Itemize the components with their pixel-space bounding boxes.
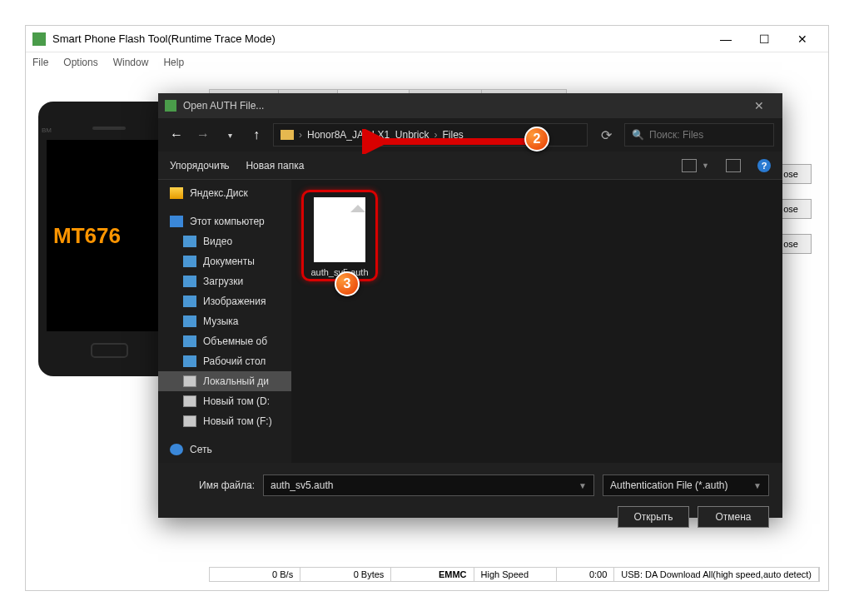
search-placeholder: Поиск: Files bbox=[649, 129, 703, 141]
nav-up-icon[interactable]: ↑ bbox=[246, 125, 266, 145]
tree-local-disk[interactable]: Локальный ди bbox=[158, 371, 291, 391]
maximize-button[interactable]: ☐ bbox=[745, 26, 783, 52]
status-mode: High Speed bbox=[474, 568, 557, 581]
file-icon bbox=[314, 197, 365, 262]
dialog-title: Open AUTH File... bbox=[183, 100, 742, 112]
disk-icon bbox=[183, 415, 196, 427]
breadcrumb[interactable]: › Honor8A_JAT-LX1_Unbrick › Files bbox=[273, 123, 588, 147]
phone-chip-text: MT676 bbox=[53, 223, 121, 249]
status-bytes: 0 Bytes bbox=[300, 568, 391, 581]
dialog-bottom: Имя файла: auth_sv5.auth ▼ Authenticatio… bbox=[158, 463, 782, 539]
organize-button[interactable]: Упорядочить ▼ bbox=[170, 160, 229, 171]
file-dialog: Open AUTH File... ✕ ← → ▾ ↑ › Honor8A_JA… bbox=[158, 93, 782, 518]
folder-tree: Яндекс.Диск Этот компьютер Видео Докумен… bbox=[158, 180, 291, 463]
tree-downloads[interactable]: Загрузки bbox=[158, 271, 291, 291]
folder-icon bbox=[183, 296, 196, 307]
refresh-icon[interactable]: ⟳ bbox=[594, 123, 618, 147]
nav-recent-icon[interactable]: ▾ bbox=[220, 125, 240, 145]
file-item-auth[interactable]: auth_sv5.auth bbox=[301, 190, 378, 281]
status-time: 0:00 bbox=[557, 568, 615, 581]
phone-speaker bbox=[92, 127, 126, 130]
dialog-titlebar: Open AUTH File... ✕ bbox=[158, 93, 782, 118]
menu-window[interactable]: Window bbox=[113, 57, 149, 68]
app-icon bbox=[32, 32, 46, 46]
app-titlebar: Smart Phone Flash Tool(Runtime Trace Mod… bbox=[26, 26, 828, 52]
phone-screen: MT676 bbox=[47, 140, 171, 331]
yandex-icon bbox=[170, 187, 183, 199]
breadcrumb-folder-1[interactable]: Honor8A_JAT-LX1_Unbrick bbox=[307, 129, 429, 141]
file-name-label: auth_sv5.auth bbox=[305, 267, 374, 277]
preview-pane-icon[interactable] bbox=[726, 159, 741, 172]
chevron-right-icon: › bbox=[299, 129, 302, 141]
app-menubar: File Options Window Help bbox=[26, 52, 828, 72]
tree-images[interactable]: Изображения bbox=[158, 291, 291, 311]
status-bar: 0 B/s 0 Bytes EMMC High Speed 0:00 USB: … bbox=[209, 567, 820, 582]
filetype-select[interactable]: Authentication File (*.auth) ▼ bbox=[603, 474, 769, 496]
chevron-down-icon[interactable]: ▼ bbox=[578, 481, 587, 490]
filename-label: Имя файла: bbox=[171, 479, 255, 491]
disk-icon bbox=[183, 375, 196, 387]
disk-icon bbox=[183, 395, 196, 407]
folder-icon bbox=[183, 315, 196, 327]
filename-input[interactable]: auth_sv5.auth ▼ bbox=[263, 474, 594, 496]
view-mode-icon[interactable] bbox=[682, 159, 697, 172]
tree-documents[interactable]: Документы bbox=[158, 251, 291, 271]
pc-icon bbox=[170, 216, 183, 227]
folder-icon bbox=[183, 355, 196, 367]
network-icon bbox=[170, 444, 183, 455]
close-button[interactable]: ✕ bbox=[783, 26, 822, 52]
phone-bm-label: BM bbox=[42, 127, 52, 134]
dialog-toolbar: Упорядочить ▼ Новая папка ▼ ? bbox=[158, 152, 782, 180]
tree-network[interactable]: Сеть bbox=[158, 440, 291, 460]
folder-icon bbox=[183, 276, 196, 287]
chevron-down-icon[interactable]: ▼ bbox=[702, 161, 709, 170]
folder-icon bbox=[183, 256, 196, 267]
file-list[interactable]: auth_sv5.auth bbox=[291, 180, 782, 463]
status-speed: 0 B/s bbox=[210, 568, 300, 581]
tree-music[interactable]: Музыка bbox=[158, 311, 291, 331]
tree-video[interactable]: Видео bbox=[158, 231, 291, 251]
search-icon: 🔍 bbox=[632, 129, 644, 141]
tree-volume-f[interactable]: Новый том (F:) bbox=[158, 411, 291, 431]
cancel-button[interactable]: Отмена bbox=[698, 506, 769, 528]
nav-forward-icon[interactable]: → bbox=[193, 125, 213, 145]
folder-icon bbox=[281, 130, 294, 140]
breadcrumb-folder-2[interactable]: Files bbox=[443, 129, 464, 141]
tree-this-pc[interactable]: Этот компьютер bbox=[158, 211, 291, 231]
app-title: Smart Phone Flash Tool(Runtime Trace Mod… bbox=[52, 32, 707, 45]
folder-icon bbox=[183, 236, 196, 247]
new-folder-button[interactable]: Новая папка bbox=[246, 160, 304, 171]
tree-3d-objects[interactable]: Объемные об bbox=[158, 331, 291, 351]
dialog-nav: ← → ▾ ↑ › Honor8A_JAT-LX1_Unbrick › File… bbox=[158, 118, 782, 152]
tree-volume-d[interactable]: Новый том (D: bbox=[158, 391, 291, 411]
phone-home-button bbox=[91, 343, 128, 358]
chevron-down-icon: ▼ bbox=[221, 162, 228, 171]
help-icon[interactable]: ? bbox=[757, 159, 771, 172]
nav-back-icon[interactable]: ← bbox=[166, 125, 186, 145]
dialog-close-button[interactable]: ✕ bbox=[742, 99, 776, 112]
dialog-icon bbox=[165, 100, 176, 112]
minimize-button[interactable]: — bbox=[707, 26, 745, 52]
menu-options[interactable]: Options bbox=[63, 57, 97, 68]
dialog-body: Яндекс.Диск Этот компьютер Видео Докумен… bbox=[158, 180, 782, 463]
menu-file[interactable]: File bbox=[32, 57, 48, 68]
open-button[interactable]: Открыть bbox=[618, 506, 689, 528]
folder-icon bbox=[183, 335, 196, 347]
status-connection: USB: DA Download All(high speed,auto det… bbox=[614, 568, 819, 581]
search-input[interactable]: 🔍 Поиск: Files bbox=[624, 123, 774, 147]
chevron-down-icon[interactable]: ▼ bbox=[753, 481, 762, 490]
chevron-right-icon: › bbox=[434, 129, 438, 141]
tree-yandex-disk[interactable]: Яндекс.Диск bbox=[158, 183, 291, 203]
status-storage: EMMC bbox=[391, 568, 474, 581]
menu-help[interactable]: Help bbox=[163, 57, 184, 68]
tree-desktop[interactable]: Рабочий стол bbox=[158, 351, 291, 371]
